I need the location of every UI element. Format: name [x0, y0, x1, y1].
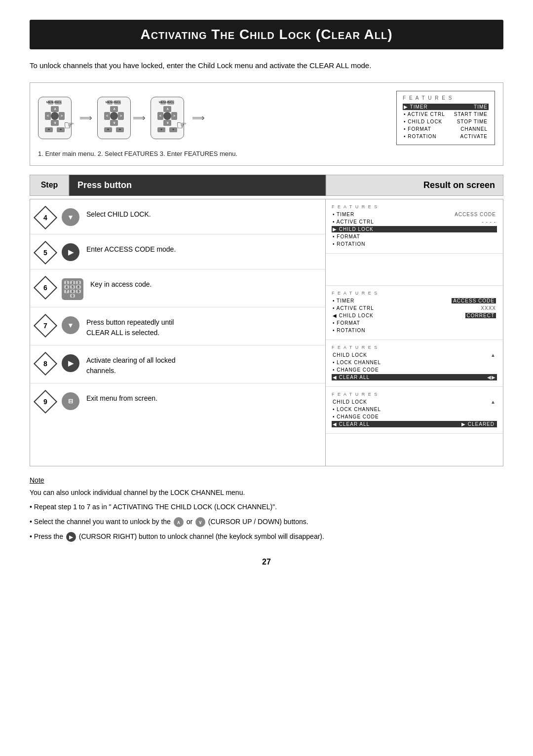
features-row-active: • ACTIVE CTRL START TIME — [403, 111, 489, 117]
features-row-child: • CHILD LOCK STOP TIME — [403, 118, 489, 125]
step-text-5: Enter ACCESS CODE mode. — [86, 241, 176, 255]
result-row-8-2: • LOCK CHANNEL — [332, 406, 497, 413]
result-panel-9 — [326, 434, 503, 466]
note-bullet-1: • Repeat step 1 to 7 as in " ACTIVATING … — [30, 501, 503, 513]
illustration-box: MENU INCL ∧ < > ∨ + + — [30, 82, 503, 166]
header-result: Result on screen — [326, 175, 503, 196]
hand-icon-1: ☞ — [64, 118, 75, 132]
remote-diagrams: MENU INCL ∧ < > ∨ + + — [38, 97, 207, 139]
note-section: Note You can also unlock individual chan… — [30, 476, 503, 543]
steps-right: F E A T U R E S • TIMERACCESS CODE • ACT… — [326, 199, 503, 466]
note-main: You can also unlock individual channel b… — [30, 487, 503, 499]
page-number: 27 — [30, 558, 503, 567]
header-press: Press button — [69, 175, 326, 196]
menu-btn-2: MENU — [107, 100, 113, 105]
incl-btn-3: INCL — [167, 100, 174, 105]
right-btn-2: > — [118, 112, 124, 120]
result-row-8-1: CHILD LOCK▲ — [332, 399, 497, 405]
result-row-7-3: • CHANGE CODE — [332, 367, 497, 373]
header-step: Step — [30, 175, 69, 196]
result-panel-5 — [326, 254, 503, 286]
ok-btn-2 — [110, 112, 118, 120]
incl-btn-1: INCL — [55, 100, 62, 105]
result-row-4-5: • ROTATION — [332, 241, 497, 247]
table-header: Step Press button Result on screen — [30, 175, 503, 196]
step-row-9: 9 ⊟ Exit menu from screen. — [30, 383, 325, 418]
cross-3: ∧ < > ∨ — [157, 106, 177, 126]
result-row-6-5: • ROTATION — [332, 327, 497, 334]
plus-btn-1a: + — [45, 127, 53, 132]
left-btn-3: < — [157, 112, 163, 120]
result-row-8-3: • CHANGE CODE — [332, 414, 497, 420]
left-btn-1: < — [45, 112, 51, 120]
down-btn-1: ∨ — [51, 120, 59, 126]
note-body: You can also unlock individual channel b… — [30, 487, 503, 543]
hand-icon-2: ☞ — [176, 118, 187, 132]
incl-btn-2: INCL — [114, 100, 121, 105]
remote-3: MENU INCL ∧ < > ∨ + + — [151, 97, 184, 139]
plus-btn-2a: + — [104, 127, 112, 132]
step-text-8: Activate clearing of all lockedchannels. — [86, 352, 176, 376]
step-num-7: 7 — [36, 316, 55, 335]
illustration-inner: MENU INCL ∧ < > ∨ + + — [38, 91, 495, 145]
step-row-6: 6 123 456 789 0 Key in access code. — [30, 269, 325, 307]
step-btn-5: ▶ — [62, 243, 79, 261]
up-btn-3: ∧ — [163, 106, 171, 112]
step-text-4: Select CHILD LOCK. — [86, 206, 151, 220]
step-num-4: 4 — [36, 208, 55, 227]
remote-2: MENU INCL ∧ < > ∨ + + — [97, 97, 131, 139]
up-btn-1: ∧ — [51, 106, 59, 112]
result-panel-8: F E A T U R E S CHILD LOCK▲ • LOCK CHANN… — [326, 387, 503, 434]
step-btn-9: ⊟ — [62, 392, 79, 410]
features-mini-title: F E A T U R E S — [403, 95, 489, 101]
note-bullet-3: • Press the ▶ (CURSOR RIGHT) button to u… — [30, 531, 503, 543]
result-row-7-1: CHILD LOCK▲ — [332, 352, 497, 358]
steps-container: 4 ▼ Select CHILD LOCK. 5 ▶ Enter ACCESS … — [30, 199, 503, 466]
result-row-8-4: ◀ CLEAR ALL▶ CLEARED — [332, 421, 497, 427]
down-inline-btn: ∨ — [195, 517, 205, 527]
plus-btn-2b: + — [116, 127, 124, 132]
result-row-4-3: ▶ CHILD LOCK — [332, 226, 497, 232]
result-panel-7: F E A T U R E S CHILD LOCK▲ • LOCK CHANN… — [326, 340, 503, 387]
result-row-4-4: • FORMAT — [332, 233, 497, 240]
result-row-4-1: • TIMERACCESS CODE — [332, 211, 497, 218]
remote-1: MENU INCL ∧ < > ∨ + + — [38, 97, 72, 139]
result-title-8: F E A T U R E S — [332, 392, 497, 397]
result-title-4: F E A T U R E S — [332, 204, 497, 209]
step-btn-4: ▼ — [62, 208, 79, 226]
step-row-7: 7 ▼ Press button repeatedly untilCLEAR A… — [30, 307, 325, 345]
step-text-6: Key in access code. — [90, 276, 152, 290]
note-title: Note — [30, 476, 503, 484]
ok-btn-1 — [51, 112, 59, 120]
intro-text: To unlock channels that you have locked,… — [30, 60, 503, 72]
result-row-6-4: • FORMAT — [332, 320, 497, 326]
features-row-format: • FORMAT CHANNEL — [403, 126, 489, 132]
step-num-6: 6 — [36, 278, 55, 297]
result-row-4-2: • ACTIVE CTRL- - - - — [332, 219, 497, 225]
cross-1: ∧ < > ∨ — [45, 106, 65, 126]
result-title-7: F E A T U R E S — [332, 345, 497, 350]
arrow-1: ⟹ — [79, 113, 92, 123]
left-btn-2: < — [104, 112, 110, 120]
step-num-5: 5 — [36, 243, 55, 262]
step-text-9: Exit menu from screen. — [86, 390, 157, 404]
note-bullet-2: • Select the channel you want to unlock … — [30, 516, 503, 528]
up-btn-2: ∧ — [110, 106, 118, 112]
page-title-bar: Activating The Child Lock (Clear All) — [30, 20, 503, 49]
arrow-3: ⟹ — [192, 113, 205, 123]
right-inline-btn: ▶ — [66, 532, 76, 542]
step-row-8: 8 ▶ Activate clearing of all lockedchann… — [30, 345, 325, 383]
step-row-5: 5 ▶ Enter ACCESS CODE mode. — [30, 234, 325, 269]
ok-btn-3 — [163, 112, 171, 120]
result-title-6: F E A T U R E S — [332, 291, 497, 296]
step-btn-6: 123 456 789 0 — [62, 278, 83, 300]
step-num-9: 9 — [36, 392, 55, 411]
step-num-8: 8 — [36, 354, 55, 373]
result-row-6-2: • ACTIVE CTRLXXXX — [332, 305, 497, 311]
step-row-4: 4 ▼ Select CHILD LOCK. — [30, 199, 325, 234]
features-row-timer: ▶ TIMER TIME — [403, 104, 489, 110]
up-inline-btn: ∧ — [174, 517, 184, 527]
features-mini-box: F E A T U R E S ▶ TIMER TIME • ACTIVE CT… — [396, 91, 495, 145]
result-panel-4: F E A T U R E S • TIMERACCESS CODE • ACT… — [326, 199, 503, 254]
page-title: Activating The Child Lock (Clear All) — [39, 27, 494, 42]
